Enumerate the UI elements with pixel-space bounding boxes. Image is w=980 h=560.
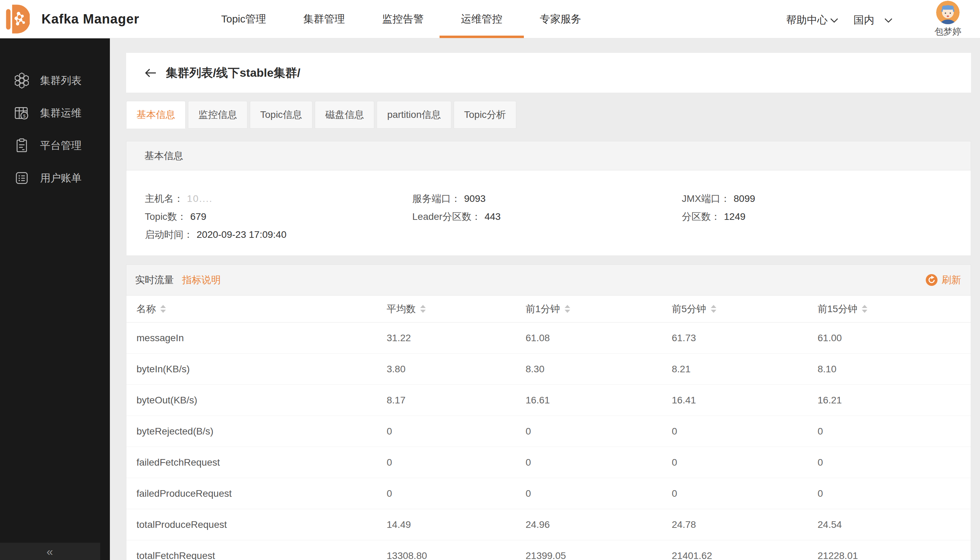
col-header-average[interactable]: 平均数 — [387, 302, 426, 316]
svg-text:$: $ — [23, 113, 26, 118]
sidebar-item-label: 平台管理 — [40, 138, 82, 153]
user-menu[interactable]: 包梦婷 — [934, 1, 961, 38]
back-arrow-icon — [145, 68, 157, 78]
field-jmx-port: JMX端口：8099 — [682, 192, 755, 205]
table-row: byteOut(KB/s) 8.17 16.61 16.41 16.21 — [126, 385, 971, 416]
basic-info-panel-header: 基本信息 — [126, 141, 971, 170]
breadcrumb-card: 集群列表/线下stable集群/ — [126, 53, 971, 93]
chevron-down-icon — [884, 18, 893, 23]
refresh-label: 刷新 — [942, 273, 961, 287]
sort-icon — [862, 305, 867, 313]
col-header-last-5min[interactable]: 前5分钟 — [672, 302, 716, 316]
basic-info-panel: 基本信息 主机名：10.... 服务端口：9093 JMX端口：8099 Top… — [126, 141, 971, 256]
col-header-name[interactable]: 名称 — [136, 302, 166, 316]
region-selector[interactable]: 国内 — [854, 13, 893, 27]
tab-disk-info[interactable]: 磁盘信息 — [315, 101, 374, 128]
field-start-time: 启动时间：2020-09-23 17:09:40 — [145, 228, 286, 241]
sort-icon — [420, 305, 426, 313]
col-header-last-1min[interactable]: 前1分钟 — [526, 302, 570, 316]
top-header: Kafka Manager Topic管理 集群管理 监控告警 运维管控 专家服… — [0, 0, 980, 38]
app-title: Kafka Manager — [42, 12, 139, 27]
chevron-down-icon — [830, 18, 839, 23]
table-row: byteRejected(B/s) 0 0 0 0 — [126, 416, 971, 447]
top-nav: Topic管理 集群管理 监控告警 运维管控 专家服务 — [221, 0, 581, 38]
panel-title: 实时流量 — [135, 273, 174, 287]
refresh-icon — [926, 274, 937, 286]
table-row: failedFetchRequest 0 0 0 0 — [126, 447, 971, 478]
avatar — [936, 1, 960, 24]
sidebar-item-cluster-list[interactable]: 集群列表 — [0, 70, 110, 92]
table-row: totalProduceRequest 14.49 24.96 24.78 24… — [126, 509, 971, 540]
table-row: byteIn(KB/s) 3.80 8.30 8.21 8.10 — [126, 353, 971, 385]
sidebar-item-label: 集群列表 — [40, 73, 82, 88]
sidebar-item-label: 用户账单 — [40, 171, 82, 185]
help-center-label: 帮助中心 — [786, 13, 828, 27]
collapse-icon: « — [47, 545, 54, 558]
sort-icon — [565, 305, 570, 313]
tab-topic-info[interactable]: Topic信息 — [250, 101, 313, 128]
sidebar-item-cluster-ops[interactable]: $ 集群运维 — [0, 102, 110, 124]
table-row: messageIn 31.22 61.08 61.73 61.00 — [126, 323, 971, 353]
field-leader-partition-count: Leader分区数：443 — [412, 210, 501, 223]
region-label: 国内 — [854, 13, 874, 27]
sort-icon — [160, 305, 166, 313]
basic-info-panel-body: 主机名：10.... 服务端口：9093 JMX端口：8099 Topic数：6… — [126, 170, 971, 256]
metrics-explanation-link[interactable]: 指标说明 — [182, 273, 221, 287]
sidebar-collapse-button[interactable]: « — [0, 543, 100, 560]
table-header-row: 名称 平均数 前1分钟 前5分钟 前15分钟 — [126, 295, 971, 323]
sidebar-item-user-bill[interactable]: 用户账单 — [0, 167, 110, 189]
cluster-ops-icon: $ — [14, 105, 30, 121]
refresh-button[interactable]: 刷新 — [926, 273, 961, 287]
field-service-port: 服务端口：9093 — [412, 192, 486, 205]
detail-tabs: 基本信息 监控信息 Topic信息 磁盘信息 partition信息 Topic… — [126, 101, 516, 128]
realtime-table: 名称 平均数 前1分钟 前5分钟 前15分钟 messageIn 31.2 — [126, 295, 971, 560]
table-row: totalFetchRequest 13308.80 21399.05 2140… — [126, 540, 971, 560]
help-center-menu[interactable]: 帮助中心 — [786, 13, 839, 27]
nav-expert-service[interactable]: 专家服务 — [540, 0, 581, 38]
realtime-panel-header: 实时流量 指标说明 刷新 — [126, 265, 971, 295]
realtime-traffic-panel: 实时流量 指标说明 刷新 名称 平均数 前1分钟 — [126, 265, 971, 560]
user-bill-icon — [14, 170, 30, 186]
sidebar-item-platform-admin[interactable]: 平台管理 — [0, 135, 110, 157]
panel-title: 基本信息 — [145, 149, 183, 162]
platform-admin-icon — [14, 138, 30, 153]
app-logo-icon — [4, 4, 30, 34]
sidebar: 集群列表 $ 集群运维 平台管理 用户账单 — [0, 38, 110, 560]
breadcrumb[interactable]: 集群列表/线下stable集群/ — [166, 65, 300, 81]
back-button[interactable] — [145, 68, 157, 78]
field-partition-count: 分区数：1249 — [682, 210, 745, 223]
nav-topic-management[interactable]: Topic管理 — [221, 0, 266, 38]
brand[interactable]: Kafka Manager — [4, 3, 139, 35]
nav-ops-control[interactable]: 运维管控 — [461, 0, 502, 38]
field-topic-count: Topic数：679 — [145, 210, 206, 223]
tab-partition-info[interactable]: partition信息 — [377, 101, 451, 128]
username: 包梦婷 — [934, 26, 961, 38]
field-hostname: 主机名：10.... — [145, 192, 213, 205]
tab-topic-analysis[interactable]: Topic分析 — [454, 101, 516, 128]
nav-cluster-management[interactable]: 集群管理 — [303, 0, 345, 38]
sort-icon — [711, 305, 716, 313]
col-header-last-15min[interactable]: 前15分钟 — [818, 302, 867, 316]
table-row: failedProduceRequest 0 0 0 0 — [126, 478, 971, 509]
tab-monitor-info[interactable]: 监控信息 — [188, 101, 248, 128]
cluster-list-icon — [14, 73, 30, 88]
sidebar-item-label: 集群运维 — [40, 106, 82, 120]
nav-monitor-alert[interactable]: 监控告警 — [382, 0, 424, 38]
tab-basic-info[interactable]: 基本信息 — [126, 101, 186, 128]
